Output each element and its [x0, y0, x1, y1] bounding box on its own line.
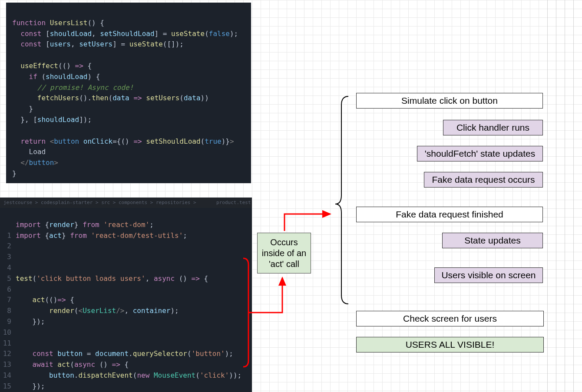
- step-users-visible: Users visible on screen: [434, 267, 543, 283]
- editor-tabbar: jestcourse > codesplain-starter > src > …: [0, 198, 252, 208]
- line-number-gutter: 12345678910111213141516171819202122: [0, 209, 16, 389]
- grid-right-strip: [547, 0, 582, 392]
- step-users-all-visible: USERS ALL VISIBLE!: [356, 337, 544, 352]
- step-state-updates: State updates: [442, 233, 543, 248]
- step-simulate-click: Simulate click on button: [356, 93, 543, 109]
- step-click-handler: Click handler runs: [443, 120, 543, 135]
- code-body-test: import {render} from 'react-dom'; import…: [16, 209, 247, 389]
- step-request-finished: Fake data request finished: [356, 207, 543, 222]
- step-fake-request: Fake data request occurs: [424, 172, 543, 188]
- annotation-act-call: Occurs inside of an 'act' call: [257, 233, 311, 273]
- code-block-test: jestcourse > codesplain-starter > src > …: [0, 198, 252, 392]
- step-shouldfetch-update: 'shouldFetch' state updates: [417, 146, 543, 161]
- step-check-screen: Check screen for users: [356, 311, 544, 326]
- code-block-userslist: function UsersList() { const [shouldLoad…: [6, 3, 251, 183]
